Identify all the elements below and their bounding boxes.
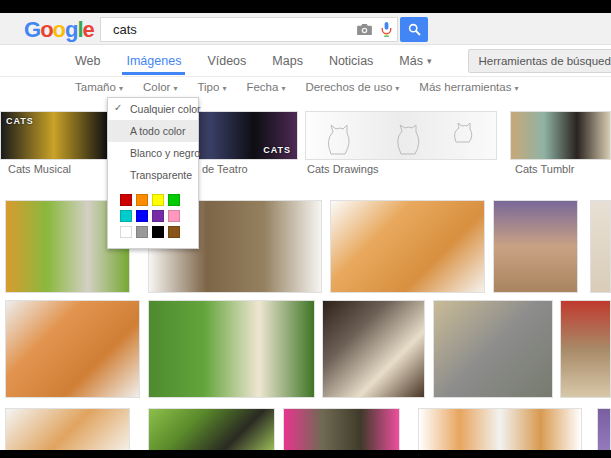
logo-letter: e bbox=[83, 17, 94, 42]
category-label-cats-musical[interactable]: Cats Musical bbox=[8, 163, 71, 175]
color-swatch[interactable] bbox=[136, 194, 148, 206]
chevron-down-icon: ▾ bbox=[395, 84, 399, 93]
color-swatch[interactable] bbox=[168, 194, 180, 206]
menu-item-cualquier-color[interactable]: ✓ Cualquier color bbox=[108, 98, 198, 120]
logo-letter: g bbox=[65, 17, 77, 42]
color-swatch[interactable] bbox=[168, 210, 180, 222]
image-result[interactable] bbox=[590, 200, 611, 293]
image-result[interactable] bbox=[433, 300, 553, 398]
google-images-page: Google Web Imágenes bbox=[0, 0, 611, 458]
search-type-tabs: Web Imágenes Vídeos Maps Noticias Más ▾ … bbox=[0, 45, 611, 77]
tab-videos[interactable]: Vídeos bbox=[207, 45, 246, 77]
filter-tamano[interactable]: Tamaño▾ bbox=[75, 81, 123, 93]
image-result[interactable] bbox=[5, 300, 140, 398]
filter-derechos[interactable]: Derechos de uso▾ bbox=[305, 81, 399, 93]
category-label-cats-tumblr[interactable]: Cats Tumblr bbox=[515, 163, 574, 175]
magnifier-icon bbox=[408, 23, 421, 36]
color-swatch[interactable] bbox=[152, 210, 164, 222]
menu-item-blanco-y-negro[interactable]: Blanco y negro bbox=[108, 142, 198, 164]
category-strip-cats-drawings[interactable] bbox=[305, 111, 497, 160]
tab-maps[interactable]: Maps bbox=[272, 45, 303, 77]
filter-mas-herramientas[interactable]: Más herramientas▾ bbox=[419, 81, 518, 93]
menu-item-transparente[interactable]: Transparente bbox=[108, 164, 198, 186]
camera-search-icon[interactable] bbox=[353, 17, 375, 42]
search-tools-button[interactable]: Herramientas de búsqueda bbox=[468, 49, 611, 73]
logo-letter: G bbox=[24, 17, 40, 42]
search-header: Google bbox=[0, 13, 611, 45]
image-result[interactable] bbox=[322, 300, 425, 398]
search-input[interactable] bbox=[101, 22, 353, 37]
logo-letter: o bbox=[53, 17, 65, 42]
image-result[interactable] bbox=[148, 300, 315, 398]
image-result[interactable] bbox=[330, 200, 485, 293]
color-swatch[interactable] bbox=[152, 226, 164, 238]
color-swatch[interactable] bbox=[136, 210, 148, 222]
filter-color[interactable]: Color▾ bbox=[143, 81, 178, 93]
filter-fecha[interactable]: Fecha▾ bbox=[246, 81, 285, 93]
chevron-down-icon: ▾ bbox=[173, 84, 177, 93]
image-result[interactable] bbox=[560, 300, 611, 398]
color-swatch[interactable] bbox=[168, 226, 180, 238]
tab-imagenes[interactable]: Imágenes bbox=[126, 45, 181, 77]
category-label-de-teatro[interactable]: de Teatro bbox=[202, 163, 248, 175]
strip-overlay-text: CATS bbox=[263, 145, 291, 155]
color-swatch[interactable] bbox=[120, 210, 132, 222]
search-box bbox=[100, 17, 398, 42]
color-swatch[interactable] bbox=[136, 226, 148, 238]
color-swatch-grid bbox=[108, 186, 198, 248]
tab-web[interactable]: Web bbox=[75, 45, 100, 77]
cat-line-drawings bbox=[306, 112, 497, 160]
color-filter-menu: ✓ Cualquier color A todo color Blanco y … bbox=[107, 97, 199, 249]
tab-mas[interactable]: Más ▾ bbox=[399, 45, 431, 77]
category-strip-cats-tumblr[interactable] bbox=[510, 111, 611, 160]
color-swatch[interactable] bbox=[152, 194, 164, 206]
image-result[interactable] bbox=[493, 200, 578, 293]
letterbox-top bbox=[0, 0, 611, 13]
letterbox-bottom bbox=[0, 450, 611, 458]
chevron-down-icon: ▾ bbox=[119, 84, 123, 93]
chevron-down-icon: ▾ bbox=[427, 56, 432, 66]
search-button[interactable] bbox=[400, 17, 428, 42]
filter-tipo[interactable]: Tipo▾ bbox=[197, 81, 226, 93]
image-filter-bar: Tamaño▾ Color▾ Tipo▾ Fecha▾ Derechos de … bbox=[0, 77, 611, 97]
color-swatch[interactable] bbox=[120, 194, 132, 206]
chevron-down-icon: ▾ bbox=[514, 84, 518, 93]
tab-noticias[interactable]: Noticias bbox=[329, 45, 373, 77]
color-swatch[interactable] bbox=[120, 226, 132, 238]
chevron-down-icon: ▾ bbox=[281, 84, 285, 93]
logo-letter: o bbox=[40, 17, 52, 42]
google-logo[interactable]: Google bbox=[24, 17, 94, 43]
menu-item-a-todo-color[interactable]: A todo color bbox=[108, 120, 198, 142]
strip-overlay-text: CATS bbox=[6, 116, 34, 126]
category-label-cats-drawings[interactable]: Cats Drawings bbox=[307, 163, 379, 175]
check-icon: ✓ bbox=[114, 102, 122, 113]
mic-icon[interactable] bbox=[375, 17, 397, 42]
chevron-down-icon: ▾ bbox=[222, 84, 226, 93]
